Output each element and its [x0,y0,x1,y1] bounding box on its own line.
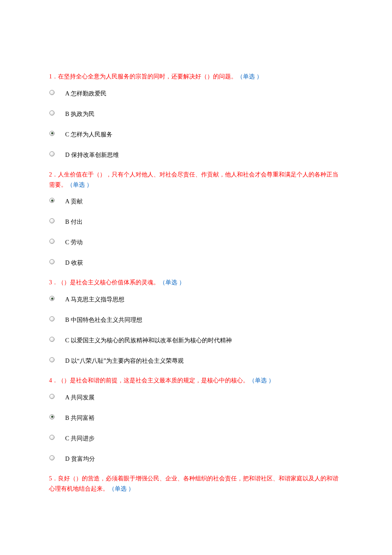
question-type-badge: （单选 ） [249,377,274,384]
radio-outer-circle [49,414,55,419]
radio-button[interactable] [49,295,55,301]
option-row[interactable]: D 以“八荣八耻”为主要内容的社会主义荣辱观 [49,355,343,367]
radio-dot-icon [51,132,53,134]
radio-outer-circle [49,90,55,95]
option-label: C 共同进步 [65,435,95,442]
radio-dot-icon [51,298,53,300]
radio-outer-circle [49,394,55,399]
option-label: C 怎样为人民服务 [65,131,112,139]
radio-button[interactable] [49,238,55,244]
radio-outer-circle [49,151,55,156]
radio-button[interactable] [49,455,55,461]
option-label: A 怎样勤政爱民 [65,90,107,98]
radio-outer-circle [49,110,55,116]
question-body: 良好（）的营造，必须着眼于增强公民、企业、各种组织的社会责任，把和谐社区、和谐家… [49,475,338,492]
option-row[interactable]: C 以爱国主义为核心的民族精神和以改革创新为核心的时代精神 [49,335,343,347]
question-text: 4．（）是社会和谐的前提，这是社会主义最本质的规定，是核心中的核心。（单选 ） [49,376,343,386]
option-row[interactable]: D 贫富均分 [49,453,343,465]
option-label: A 贡献 [65,198,83,205]
option-label: D 保持改革创新思维 [65,151,119,159]
option-label: B 付出 [65,218,83,226]
radio-outer-circle [49,435,55,440]
option-label: D 贫富均分 [65,455,95,463]
option-row[interactable]: A 共同发展 [49,392,343,404]
radio-dot-icon [51,199,53,202]
option-row[interactable]: D 收获 [49,257,343,269]
option-label: B 中国特色社会主义共同理想 [65,316,142,324]
radio-dot-icon [51,416,53,418]
question-text: 5．良好（）的营造，必须着眼于增强公民、企业、各种组织的社会责任，把和谐社区、和… [49,474,343,494]
question-number: 2． [49,171,58,178]
option-row[interactable]: A 马克思主义指导思想 [49,294,343,306]
question-type-badge: （单选 ） [237,73,262,80]
question-number: 4． [49,377,58,384]
option-label: D 收获 [65,259,83,267]
radio-outer-circle [49,357,55,362]
question-number: 5． [49,475,58,482]
radio-button[interactable] [49,393,55,399]
question-type-badge: （单选 ） [109,486,134,492]
radio-button[interactable] [49,218,55,224]
question-number: 1． [49,73,58,80]
radio-outer-circle [49,218,55,223]
radio-button[interactable] [49,130,55,136]
option-row[interactable]: B 中国特色社会主义共同理想 [49,314,343,326]
radio-outer-circle [49,316,55,321]
radio-button[interactable] [49,316,55,322]
quiz-page: 1．在坚持全心全意为人民服务的宗旨的同时，还要解决好（）的问题。（单选 ）A 怎… [0,0,392,517]
option-row[interactable]: C 怎样为人民服务 [49,129,343,141]
radio-outer-circle [49,455,55,460]
radio-outer-circle [49,337,55,342]
question-body: （）是社会主义核心价值体系的灵魂。 [58,279,159,286]
radio-outer-circle [49,296,55,301]
question-body: 在坚持全心全意为人民服务的宗旨的同时，还要解决好（）的问题。 [58,73,237,80]
radio-button[interactable] [49,197,55,203]
option-row[interactable]: B 付出 [49,216,343,228]
radio-button[interactable] [49,434,55,440]
option-row[interactable]: A 怎样勤政爱民 [49,88,343,100]
option-row[interactable]: A 贡献 [49,196,343,208]
option-label: B 共同富裕 [65,414,95,422]
radio-outer-circle [49,259,55,264]
radio-outer-circle [49,131,55,136]
radio-outer-circle [49,239,55,244]
radio-button[interactable] [49,259,55,265]
question-text: 2．人生价值在于（），只有个人对他人、对社会尽责任、作贡献，他人和社会才会尊重和… [49,170,343,190]
option-row[interactable]: C 共同进步 [49,433,343,445]
option-label: C 以爱国主义为核心的民族精神和以改革创新为核心的时代精神 [65,337,232,344]
option-row[interactable]: D 保持改革创新思维 [49,149,343,161]
radio-button[interactable] [49,414,55,420]
question-text: 1．在坚持全心全意为人民服务的宗旨的同时，还要解决好（）的问题。（单选 ） [49,72,343,82]
option-label: A 马克思主义指导思想 [65,296,124,304]
question-body: （）是社会和谐的前提，这是社会主义最本质的规定，是核心中的核心。 [58,377,249,384]
option-label: C 劳动 [65,239,83,246]
question-type-badge: （单选 ） [67,182,92,188]
radio-outer-circle [49,198,55,203]
option-row[interactable]: B 执政为民 [49,108,343,120]
radio-button[interactable] [49,110,55,116]
radio-button[interactable] [49,90,55,95]
option-label: B 执政为民 [65,110,95,118]
radio-button[interactable] [49,357,55,363]
option-row[interactable]: B 共同富裕 [49,412,343,424]
option-row[interactable]: C 劳动 [49,237,343,249]
question-number: 3． [49,279,58,286]
option-label: A 共同发展 [65,394,95,402]
option-label: D 以“八荣八耻”为主要内容的社会主义荣辱观 [65,357,184,365]
question-body: 人生价值在于（），只有个人对他人、对社会尽责任、作贡献，他人和社会才会尊重和满足… [49,171,338,188]
radio-button[interactable] [49,151,55,157]
question-text: 3．（）是社会主义核心价值体系的灵魂。（单选 ） [49,278,343,288]
question-type-badge: （单选 ） [159,279,185,286]
radio-button[interactable] [49,336,55,342]
